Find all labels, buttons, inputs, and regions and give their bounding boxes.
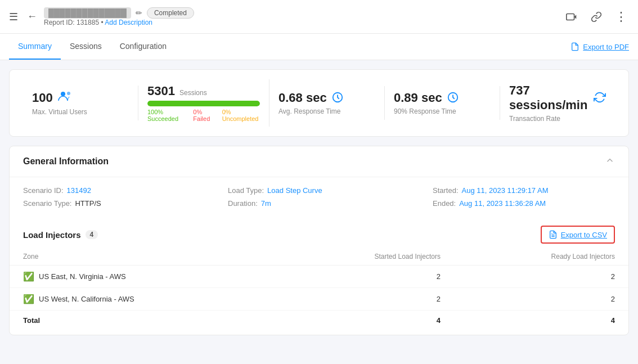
table-row: ✅ US West, N. California - AWS 2 2 [10,288,628,311]
load-injectors-header: Load Injectors 4 Export to CSV [10,217,628,248]
p90-response-label: 90% Response Time [394,107,491,115]
sessions-value: 5301 [147,84,175,98]
header-meta: ██████████████ ✏ Completed Report ID: 13… [44,7,194,26]
stat-transaction-rate: 737 sessions/min Transaction Rate [500,79,615,127]
col-zone: Zone [10,248,275,266]
scenario-id-row: Scenario ID: 131492 Scenario Type: HTTP/… [23,186,205,208]
load-type-row: Load Type: Load Step Curve Duration: 7m [228,186,410,208]
video-icon[interactable] [564,9,579,25]
stat-p90-response: 0.89 sec 90% Response Time [385,86,500,120]
uncompleted-label: 0% Uncompleted [222,109,260,122]
svg-point-3 [67,92,70,95]
duration-value: 7m [261,199,271,208]
users-icon [57,90,73,106]
total-row: Total 4 4 [10,311,628,331]
duration-label: Duration: [228,199,258,208]
success-icon: ✅ [23,294,34,304]
collapse-icon[interactable] [605,155,615,168]
sessions-label-text: Sessions [179,89,207,97]
nav-tabs: Summary Sessions Configuration Export to… [0,34,638,60]
svg-rect-0 [567,14,574,20]
ended-value: Aug 11, 2023 11:36:28 AM [459,199,546,208]
total-label: Total [10,311,275,331]
started-count: 2 [275,266,454,288]
col-started: Started Load Injectors [275,248,454,266]
header: ☰ ← ██████████████ ✏ Completed Report ID… [0,0,638,34]
started-count: 2 [275,288,454,311]
clock-icon-p90 [447,91,459,105]
general-info-section: General Information Scenario ID: 131492 … [9,146,629,335]
load-injectors-count: 4 [86,230,98,239]
scenario-type-label: Scenario Type: [23,199,71,208]
report-name: ██████████████ [44,7,131,19]
started-label: Started: [433,186,459,195]
virtual-users-value: 100 [32,91,53,105]
ended-label: Ended: [433,199,456,208]
progress-labels: 100% Succeeded 0% Failed 0% Uncompleted [147,109,260,122]
total-ready: 4 [454,311,628,331]
scenario-type-value: HTTP/S [75,199,101,208]
stat-avg-response: 0.68 sec Avg. Response Time [269,86,385,120]
succeeded-label: 100% Succeeded [147,109,186,122]
success-icon: ✅ [23,271,34,282]
progress-bar-fill [147,101,260,106]
virtual-users-label: Max. Virtual Users [32,108,129,116]
status-badge: Completed [147,7,194,19]
stat-sessions: 5301 Sessions 100% Succeeded 0% Failed 0… [138,79,269,127]
refresh-icon [594,91,606,105]
header-title-row: ██████████████ ✏ Completed [44,7,194,19]
section-title: General Information [23,156,109,167]
time-row: Started: Aug 11, 2023 11:29:17 AM Ended:… [433,186,615,208]
started-value: Aug 11, 2023 11:29:17 AM [462,186,549,195]
load-injectors-title: Load Injectors 4 [23,230,98,240]
svg-point-2 [61,92,65,96]
add-description-link[interactable]: Add Description [105,19,152,26]
link-icon[interactable] [588,9,604,25]
section-header: General Information [10,146,628,177]
injectors-table: Zone Started Load Injectors Ready Load I… [10,248,628,330]
hamburger-icon[interactable]: ☰ [9,11,18,23]
export-csv-button[interactable]: Export to CSV [541,226,615,244]
table-row: ✅ US East, N. Virginia - AWS 2 2 [10,266,628,288]
tab-sessions[interactable]: Sessions [61,34,111,60]
tab-configuration[interactable]: Configuration [111,34,176,60]
back-button[interactable]: ← [27,11,37,23]
load-type-label: Load Type: [228,186,264,195]
avg-response-value: 0.68 sec [278,91,327,105]
tabs: Summary Sessions Configuration [9,34,176,60]
clock-icon-avg [331,91,344,105]
ready-count: 2 [454,266,628,288]
avg-response-label: Avg. Response Time [278,107,375,115]
general-info-fields: Scenario ID: 131492 Scenario Type: HTTP/… [10,177,628,217]
total-started: 4 [275,311,454,331]
load-type-value: Load Step Curve [267,186,322,195]
progress-bar [147,101,260,106]
stats-row: 100 Max. Virtual Users 5301 Sessions 100… [9,69,629,137]
header-left: ☰ ← ██████████████ ✏ Completed Report ID… [9,7,194,26]
transaction-rate-label: Transaction Rate [509,115,606,123]
header-right: ⋮ [564,9,629,25]
zone-cell: ✅ US West, N. California - AWS [10,288,275,311]
zone-cell: ✅ US East, N. Virginia - AWS [10,266,275,288]
col-ready: Ready Load Injectors [454,248,628,266]
ready-count: 2 [454,288,628,311]
more-icon[interactable]: ⋮ [613,9,629,25]
report-id: Report ID: 131885 • Add Description [44,19,194,26]
tab-summary[interactable]: Summary [9,34,61,60]
failed-label: 0% Failed [193,109,215,122]
transaction-rate-value: 737 sessions/min [509,83,589,113]
edit-icon[interactable]: ✏ [136,8,142,17]
stat-virtual-users: 100 Max. Virtual Users [23,86,138,120]
p90-response-value: 0.89 sec [394,91,442,105]
scenario-id-value[interactable]: 131492 [67,186,91,195]
scenario-id-label: Scenario ID: [23,186,64,195]
export-pdf-button[interactable]: Export to PDF [570,42,629,51]
